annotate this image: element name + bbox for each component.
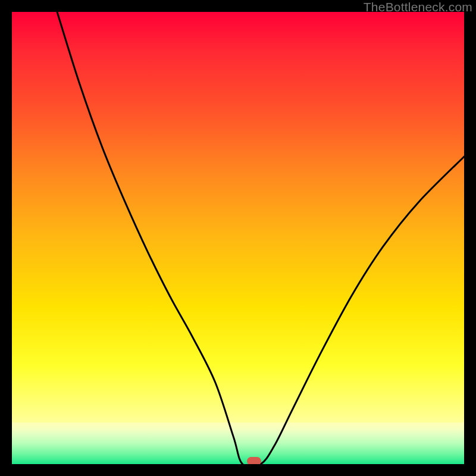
optimum-marker — [247, 457, 261, 464]
bottleneck-curve-path — [57, 12, 464, 464]
bottleneck-curve-svg — [12, 12, 464, 464]
chart-frame: TheBottleneck.com — [0, 0, 476, 476]
plot-area — [12, 12, 464, 464]
